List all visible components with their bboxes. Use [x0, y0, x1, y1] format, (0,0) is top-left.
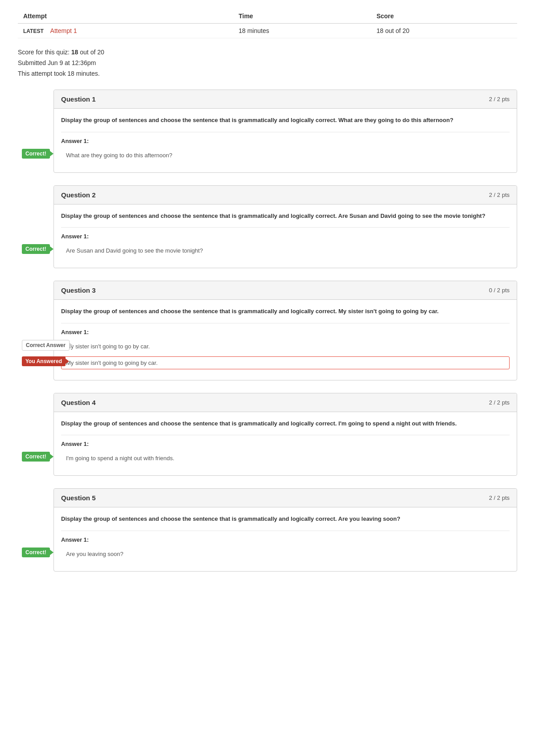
attempt-link[interactable]: Attempt 1	[50, 27, 77, 34]
col-attempt-header: Attempt	[18, 9, 233, 24]
question-body-1: Display the group of sentences and choos…	[54, 109, 517, 172]
correct-answer-option: My sister isn't going to go by car.	[61, 340, 510, 353]
question-block-2: Question 2 2 / 2 pts Display the group o…	[54, 185, 517, 269]
duration-line: This attempt took 18 minutes.	[18, 69, 517, 79]
question-text-5: Display the group of sentences and choos…	[61, 515, 510, 523]
question-pts-2: 2 / 2 pts	[489, 192, 510, 198]
attempt-score: 18 out of 20	[371, 24, 517, 38]
score-value: 18	[71, 49, 78, 56]
question-body-2: Display the group of sentences and choos…	[54, 204, 517, 268]
question-body-5: Display the group of sentences and choos…	[54, 507, 517, 571]
answer-option: I'm going to spend a night out with frie…	[61, 452, 510, 465]
score-summary: Score for this quiz: 18 out of 20 Submit…	[18, 47, 517, 79]
questions-container: Question 1 2 / 2 pts Display the group o…	[18, 90, 517, 572]
question-body-3: Display the group of sentences and choos…	[54, 300, 517, 380]
answer-row-1-1: Correct!What are they going to do this a…	[61, 149, 510, 162]
question-block-5: Question 5 2 / 2 pts Display the group o…	[54, 488, 517, 572]
answer-option: Are Susan and David going to see the mov…	[61, 244, 510, 257]
question-title-1: Question 1	[61, 95, 96, 103]
correct-badge: Correct!	[22, 244, 50, 254]
question-header-4: Question 4 2 / 2 pts	[54, 393, 517, 412]
question-pts-5: 2 / 2 pts	[489, 494, 510, 501]
correct-answer-badge: Correct Answer	[22, 340, 70, 351]
question-header-5: Question 5 2 / 2 pts	[54, 489, 517, 507]
you-answered-badge: You Answered	[22, 356, 66, 366]
correct-badge: Correct!	[22, 452, 50, 462]
answer-label-4: Answer 1:	[61, 435, 510, 447]
submitted-line: Submitted Jun 9 at 12:36pm	[18, 58, 517, 69]
question-text-2: Display the group of sentences and choos…	[61, 212, 510, 221]
answer-row-3-2: You AnsweredMy sister isn't going to goi…	[61, 356, 510, 369]
answer-option: Are you leaving soon?	[61, 548, 510, 560]
question-block-1: Question 1 2 / 2 pts Display the group o…	[54, 90, 517, 173]
col-time-header: Time	[233, 9, 371, 24]
answer-row-2-1: Correct!Are Susan and David going to see…	[61, 244, 510, 257]
answer-label-2: Answer 1:	[61, 227, 510, 240]
attempts-table: Attempt Time Score LATEST Attempt 1 18 m…	[18, 9, 517, 38]
question-title-5: Question 5	[61, 494, 96, 502]
wrong-answer-option: My sister isn't going to going by car.	[61, 356, 510, 369]
correct-badge: Correct!	[22, 149, 50, 159]
question-pts-3: 0 / 2 pts	[489, 287, 510, 294]
question-text-1: Display the group of sentences and choos…	[61, 116, 510, 125]
answer-label-5: Answer 1:	[61, 531, 510, 543]
question-block-4: Question 4 2 / 2 pts Display the group o…	[54, 393, 517, 476]
question-text-4: Display the group of sentences and choos…	[61, 419, 510, 428]
question-title-3: Question 3	[61, 286, 96, 294]
answer-option: What are they going to do this afternoon…	[61, 149, 510, 162]
answer-label-1: Answer 1:	[61, 132, 510, 144]
question-header-2: Question 2 2 / 2 pts	[54, 186, 517, 204]
latest-label: LATEST	[23, 28, 44, 34]
score-line: Score for this quiz: 18 out of 20	[18, 47, 517, 58]
question-title-4: Question 4	[61, 399, 96, 406]
question-body-4: Display the group of sentences and choos…	[54, 412, 517, 476]
score-prefix: Score for this quiz:	[18, 49, 71, 56]
answer-row-5-1: Correct!Are you leaving soon?	[61, 548, 510, 560]
table-row: LATEST Attempt 1 18 minutes 18 out of 20	[18, 24, 517, 38]
col-score-header: Score	[371, 9, 517, 24]
question-header-3: Question 3 0 / 2 pts	[54, 281, 517, 300]
question-title-2: Question 2	[61, 191, 96, 199]
question-pts-4: 2 / 2 pts	[489, 399, 510, 406]
score-suffix: out of 20	[78, 49, 104, 56]
question-pts-1: 2 / 2 pts	[489, 96, 510, 102]
answer-row-3-1: Correct AnswerMy sister isn't going to g…	[61, 340, 510, 353]
answer-row-4-1: Correct!I'm going to spend a night out w…	[61, 452, 510, 465]
answer-label-3: Answer 1:	[61, 323, 510, 335]
correct-badge: Correct!	[22, 548, 50, 557]
question-text-3: Display the group of sentences and choos…	[61, 307, 510, 316]
question-header-1: Question 1 2 / 2 pts	[54, 90, 517, 109]
question-block-3: Question 3 0 / 2 pts Display the group o…	[54, 281, 517, 380]
attempt-time: 18 minutes	[233, 24, 371, 38]
